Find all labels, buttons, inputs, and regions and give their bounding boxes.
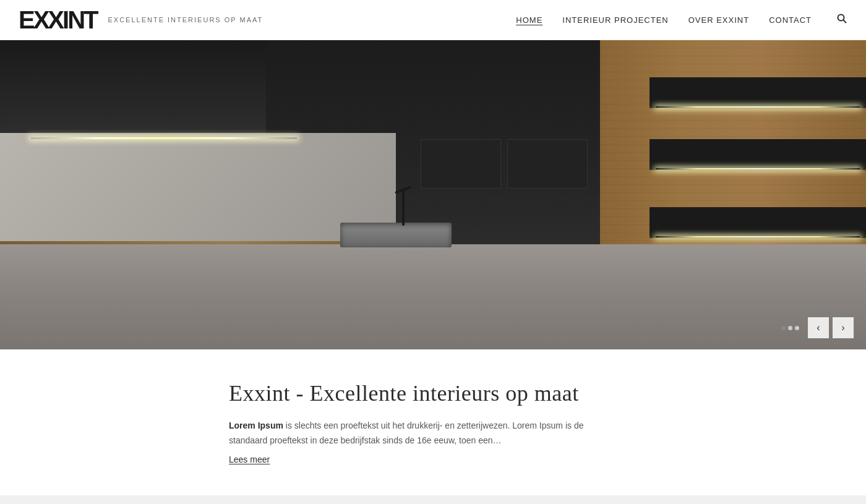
hero-dot-3[interactable] [795, 326, 799, 330]
shelf-lower [650, 207, 866, 238]
hero-dot-2[interactable] [788, 326, 792, 330]
nav-home[interactable]: HOME [516, 15, 542, 25]
search-icon [836, 13, 847, 24]
hero-prev-button[interactable]: ‹ [808, 317, 829, 338]
led-strip-1 [656, 106, 860, 108]
header: EXXINT EXCELLENTE INTERIEURS OP MAAT HOM… [0, 0, 866, 40]
hero-dots [781, 326, 799, 330]
counter-top [0, 244, 866, 349]
svg-point-0 [838, 14, 844, 20]
nav-projects[interactable]: INTERIEUR PROJECTEN [562, 15, 668, 25]
content-section: Exxint - Excellente interieurs op maat L… [0, 349, 866, 495]
open-shelf-2 [421, 139, 501, 189]
svg-line-1 [844, 20, 847, 23]
intro-bold: Lorem Ipsum [229, 421, 283, 430]
kitchen-sink [340, 223, 452, 247]
page-title: Exxint - Excellente interieurs op maat [229, 380, 847, 406]
nav-about[interactable]: OVER EXXINT [688, 15, 749, 25]
main-nav: HOME INTERIEUR PROJECTEN OVER EXXINT CON… [516, 13, 847, 27]
shelf-top [650, 77, 866, 108]
led-strip-2 [656, 168, 860, 169]
logo[interactable]: EXXINT [19, 7, 96, 32]
read-more-link[interactable]: Lees meer [229, 455, 847, 464]
open-shelf-1 [507, 139, 588, 189]
hero-dot-1[interactable] [781, 326, 786, 330]
hero-navigation: ‹ › [781, 317, 854, 338]
search-button[interactable] [836, 13, 847, 27]
nav-contact[interactable]: CONTACT [769, 15, 812, 25]
kitchen-faucet [402, 189, 405, 226]
logo-area: EXXINT EXCELLENTE INTERIEURS OP MAAT [19, 7, 263, 32]
footer: @EXXINT 2021 - Algemene voorwaarden - Pr… [0, 495, 866, 504]
shelf-mid [650, 139, 866, 170]
hero-image [0, 40, 866, 349]
intro-text: Lorem Ipsum is slechts een proeftekst ui… [229, 419, 588, 448]
tagline: EXCELLENTE INTERIEURS OP MAAT [108, 16, 263, 23]
led-strip-3 [656, 236, 860, 237]
backsplash-light [31, 137, 297, 139]
hero-next-button[interactable]: › [833, 317, 854, 338]
hero-section: ‹ › [0, 40, 866, 349]
backsplash [0, 133, 396, 244]
